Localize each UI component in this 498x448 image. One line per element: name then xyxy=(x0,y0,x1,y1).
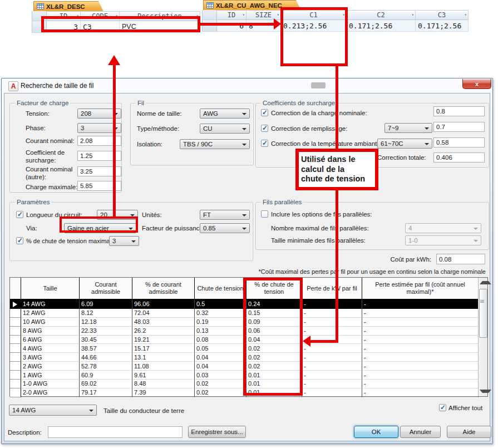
insulation-combo[interactable]: TBS / 90C xyxy=(180,139,250,149)
grid-cell[interactable]: 2-0 AWG xyxy=(21,388,80,397)
grid-column-header[interactable]: % de courant admissible xyxy=(132,278,195,299)
grid-column-header[interactable]: Chute de tension xyxy=(195,278,246,299)
grid-cell[interactable]: - xyxy=(362,309,479,318)
grid-row-selector[interactable] xyxy=(10,388,21,397)
nominal-correction-checkbox[interactable] xyxy=(261,109,268,116)
grid-row-selector[interactable] xyxy=(10,380,21,388)
grid-row-selector[interactable] xyxy=(10,371,21,380)
units-combo[interactable]: FT xyxy=(200,210,250,220)
grid-cell[interactable]: 12 AWG xyxy=(21,309,80,318)
grid-cell[interactable]: 0.08 xyxy=(195,336,246,344)
grid-row-selector[interactable] xyxy=(10,353,21,362)
type-method-combo[interactable]: CU xyxy=(200,124,250,134)
ok-button[interactable]: OK xyxy=(354,426,398,438)
ambient-correction-combo[interactable]: 61~70C xyxy=(377,139,432,149)
help-button[interactable]: Aide xyxy=(447,426,491,438)
min-parallel-size-combo[interactable]: 1-0 xyxy=(405,235,481,245)
description-input[interactable] xyxy=(48,426,183,438)
fill-correction-input[interactable]: 0.7 xyxy=(433,122,485,132)
grid-cell[interactable]: - xyxy=(302,344,362,353)
grid-cell[interactable]: - xyxy=(362,327,479,336)
grid-cell[interactable]: 69.02 xyxy=(80,380,132,388)
grid-row-selector[interactable] xyxy=(10,318,21,327)
grid-cell[interactable]: 0.19 xyxy=(195,318,246,327)
grid-cell[interactable]: 38.57 xyxy=(80,344,132,353)
grid-row-selector[interactable] xyxy=(10,344,21,353)
close-button[interactable]: x xyxy=(462,79,491,89)
grid-cell[interactable]: 30.45 xyxy=(80,336,132,344)
scroll-up-icon[interactable] xyxy=(480,281,491,284)
ground-conductor-combo[interactable]: 14 AWG xyxy=(9,405,97,416)
grid-cell[interactable]: - xyxy=(302,362,362,371)
dialog-titlebar[interactable]: A Recherche de taille de fil xyxy=(2,78,492,93)
grid-cell[interactable]: 2 AWG xyxy=(21,362,80,371)
row-selector[interactable] xyxy=(202,20,217,32)
grid-cell[interactable]: 7.39 xyxy=(132,388,195,397)
tab-xlr-desc[interactable]: XL&R_DESC xyxy=(33,1,103,12)
column-header[interactable]: C2▾ xyxy=(347,10,416,20)
vertical-scrollbar[interactable] xyxy=(478,278,487,396)
cost-per-kwh-input[interactable]: 0.08 xyxy=(436,254,485,264)
grid-row-selector[interactable] xyxy=(10,327,21,336)
grid-cell[interactable]: 48.03 xyxy=(132,318,195,327)
cell[interactable]: 6 xyxy=(217,20,246,32)
column-header[interactable]: C3▾ xyxy=(416,10,469,20)
grid-cell[interactable]: 1-0 AWG xyxy=(21,380,80,388)
grid-cell[interactable]: - xyxy=(302,300,362,309)
grid-cell[interactable]: 13.1 xyxy=(132,353,195,362)
show-all-checkbox[interactable] xyxy=(439,404,446,411)
max-parallel-count-combo[interactable]: 4 xyxy=(405,223,481,233)
scrollbar-thumb[interactable] xyxy=(479,289,487,338)
grid-cell[interactable]: - xyxy=(362,318,479,327)
grid-cell[interactable]: 1 AWG xyxy=(21,371,80,380)
total-correction-input[interactable]: 0.406 xyxy=(433,152,485,163)
grid-cell[interactable]: - xyxy=(302,388,362,397)
grid-cell[interactable]: - xyxy=(362,388,479,397)
grid-cell[interactable]: 79.17 xyxy=(80,388,132,397)
nominal-correction-input[interactable]: 0.8 xyxy=(433,106,485,116)
grid-cell[interactable]: 44.66 xyxy=(80,353,132,362)
grid-cell[interactable]: 96.06 xyxy=(132,300,195,309)
grid-cell[interactable]: 11.08 xyxy=(132,362,195,371)
grid-cell[interactable]: - xyxy=(302,380,362,388)
save-as-button[interactable]: Enregistrer sous... xyxy=(188,426,246,438)
fill-correction-checkbox[interactable] xyxy=(261,125,268,132)
grid-cell[interactable]: 0.04 xyxy=(195,353,246,362)
grid-row-selector[interactable] xyxy=(10,362,21,371)
grid-cell[interactable]: 8.48 xyxy=(132,380,195,388)
grid-cell[interactable]: 0.04 xyxy=(195,362,246,371)
grid-cell[interactable]: 0.05 xyxy=(195,344,246,353)
grid-cell[interactable]: - xyxy=(302,318,362,327)
grid-cell[interactable]: 0.13 xyxy=(195,327,246,336)
size-standard-combo[interactable]: AWG xyxy=(200,109,250,119)
grid-row-selector[interactable] xyxy=(10,300,21,309)
ambient-correction-input[interactable]: 0.58 xyxy=(433,137,485,147)
grid-cell[interactable]: - xyxy=(302,309,362,318)
grid-cell[interactable]: 8.12 xyxy=(80,309,132,318)
grid-column-header[interactable]: Taille xyxy=(21,278,80,299)
grid-column-header[interactable]: Courant admissible xyxy=(80,278,132,299)
grid-cell[interactable]: - xyxy=(362,344,479,353)
grid-cell[interactable]: 22.33 xyxy=(80,327,132,336)
grid-cell[interactable]: 0.02 xyxy=(195,380,246,388)
cell[interactable]: 0.171;2.56 xyxy=(347,20,416,32)
cancel-button[interactable]: Annuler xyxy=(400,426,441,438)
grid-cell[interactable]: 8 AWG xyxy=(21,327,80,336)
grid-cell[interactable]: - xyxy=(362,380,479,388)
grid-cell[interactable]: 6.09 xyxy=(80,300,132,309)
grid-cell[interactable]: 60.9 xyxy=(80,371,132,380)
circuit-length-checkbox[interactable] xyxy=(16,211,23,218)
grid-row-selector[interactable] xyxy=(10,309,21,318)
grid-cell[interactable]: - xyxy=(362,353,479,362)
grid-cell[interactable]: 4 AWG xyxy=(21,344,80,353)
grid-cell[interactable]: - xyxy=(362,362,479,371)
grid-cell[interactable]: - xyxy=(362,371,479,380)
grid-cell[interactable]: 10 AWG xyxy=(21,318,80,327)
grid-cell[interactable]: - xyxy=(302,327,362,336)
cell[interactable]: 0.171;2.56 xyxy=(416,20,469,32)
scroll-down-icon[interactable] xyxy=(480,390,491,393)
grid-cell[interactable]: - xyxy=(302,353,362,362)
power-factor-combo[interactable]: 0.85 xyxy=(200,223,250,233)
grid-cell[interactable]: - xyxy=(362,300,479,309)
grid-cell[interactable]: 15.17 xyxy=(132,344,195,353)
